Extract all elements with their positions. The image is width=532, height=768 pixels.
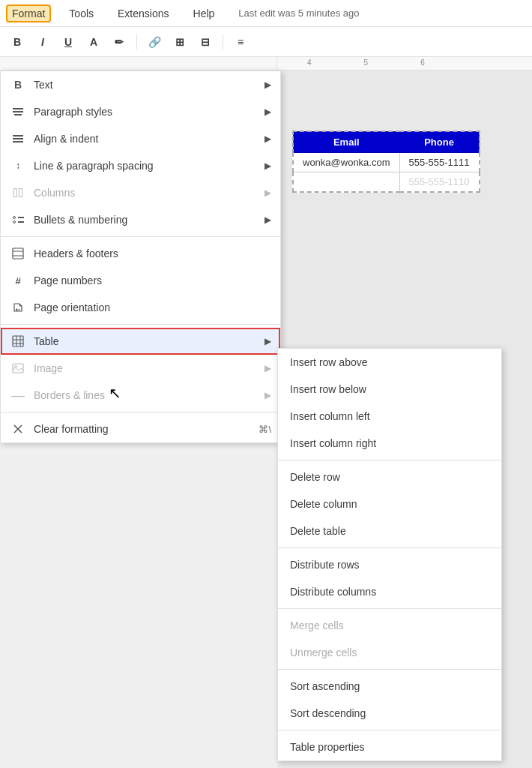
table-arrow-icon: ▶ xyxy=(265,336,271,346)
submenu-delete-row[interactable]: Delete row xyxy=(278,464,501,490)
submenu-sort-descending[interactable]: Sort descending xyxy=(278,700,501,727)
table-cell-email-2 xyxy=(293,172,399,193)
submenu-divider-2 xyxy=(278,548,501,548)
submenu-distribute-rows[interactable]: Distribute rows xyxy=(278,551,501,578)
submenu-delete-table[interactable]: Delete table xyxy=(278,518,501,544)
menu-label-line-spacing: Line & paragraph spacing xyxy=(34,160,262,172)
submenu-divider-5 xyxy=(278,730,501,730)
page-numbers-icon: # xyxy=(10,272,26,289)
ruler-num-4: 4 xyxy=(307,58,312,67)
submenu-unmerge-cells[interactable]: Unmerge cells xyxy=(278,639,501,666)
table-header-phone: Phone xyxy=(399,131,479,153)
menu-help[interactable]: Help xyxy=(187,4,221,22)
bullets-icon xyxy=(10,212,26,228)
menu-label-borders-lines: Borders & lines xyxy=(34,389,262,401)
document-table: Email Phone wonka@wonka.com 555-555-1111… xyxy=(292,130,480,193)
image-arrow-icon: ▶ xyxy=(265,363,271,374)
menu-item-line-spacing[interactable]: ↕ Line & paragraph spacing ▶ xyxy=(1,152,280,179)
line-spacing-arrow-icon: ▶ xyxy=(265,160,271,171)
menu-label-align-indent: Align & indent xyxy=(34,133,262,145)
ruler-container: 4 5 6 xyxy=(0,57,532,70)
link-button[interactable]: 🔗 xyxy=(143,32,166,52)
menu-label-image: Image xyxy=(34,362,262,374)
menu-extensions[interactable]: Extensions xyxy=(112,4,175,22)
menu-item-table[interactable]: Table ▶ xyxy=(1,328,280,355)
svg-rect-3 xyxy=(13,336,23,346)
text-icon: B xyxy=(10,76,26,93)
table-header-email: Email xyxy=(293,131,399,153)
menu-divider-1 xyxy=(1,236,280,237)
table-row: wonka@wonka.com 555-555-1111 xyxy=(293,153,480,172)
menu-divider-3 xyxy=(1,412,280,412)
paragraph-styles-icon xyxy=(10,104,26,120)
menu-label-table: Table xyxy=(34,335,262,347)
columns-arrow-icon: ▶ xyxy=(265,188,271,198)
ruler-numbers: 4 5 6 xyxy=(277,58,532,67)
menu-divider-2 xyxy=(1,324,280,325)
menu-item-align-indent[interactable]: Align & indent ▶ xyxy=(1,125,280,152)
submenu-divider-4 xyxy=(278,669,501,670)
font-color-button[interactable]: A xyxy=(82,32,105,52)
align-button[interactable]: ≡ xyxy=(229,32,252,52)
underline-button[interactable]: U xyxy=(57,32,79,52)
menu-item-clear-formatting[interactable]: Clear formatting ⌘\ xyxy=(1,416,280,442)
top-bar: Format Tools Extensions Help Last edit w… xyxy=(0,0,532,27)
menu-item-image[interactable]: Image ▶ xyxy=(1,355,280,382)
page-orientation-icon xyxy=(10,299,26,316)
line-spacing-icon: ↕ xyxy=(10,158,26,174)
ruler-left xyxy=(0,57,277,70)
paragraph-styles-arrow-icon: ▶ xyxy=(265,106,271,117)
submenu-delete-column[interactable]: Delete column xyxy=(278,490,501,518)
headers-footers-icon xyxy=(10,245,26,262)
menu-item-page-orientation[interactable]: Page orientation xyxy=(1,294,280,321)
menu-item-text[interactable]: B Text ▶ xyxy=(1,71,280,98)
insert-image-button[interactable]: ⊞ xyxy=(169,32,191,52)
menu-item-bullets[interactable]: Bullets & numbering ▶ xyxy=(1,206,280,233)
text-arrow-icon: ▶ xyxy=(265,80,271,90)
menu-item-page-numbers[interactable]: # Page numbers xyxy=(1,267,280,294)
menu-item-columns[interactable]: Columns ▶ xyxy=(1,179,280,206)
submenu-distribute-columns[interactable]: Distribute columns xyxy=(278,578,501,605)
submenu-insert-column-right[interactable]: Insert column right xyxy=(278,430,501,457)
bold-button[interactable]: B xyxy=(6,32,28,52)
toolbar: B I U A ✏ 🔗 ⊞ ⊟ ≡ xyxy=(0,27,532,57)
submenu-sort-ascending[interactable]: Sort ascending xyxy=(278,673,501,700)
menu-item-paragraph-styles[interactable]: Paragraph styles ▶ xyxy=(1,98,280,125)
align-indent-arrow-icon: ▶ xyxy=(265,134,271,144)
submenu-insert-row-below[interactable]: Insert row below xyxy=(278,376,501,403)
table-button[interactable]: ⊟ xyxy=(194,32,217,52)
menu-label-headers-footers: Headers & footers xyxy=(34,248,271,260)
menu-tools[interactable]: Tools xyxy=(63,4,100,22)
columns-icon xyxy=(10,184,26,201)
submenu-insert-column-left[interactable]: Insert column left xyxy=(278,403,501,430)
table-cell-email-1: wonka@wonka.com xyxy=(293,153,399,172)
highlight-button[interactable]: ✏ xyxy=(108,32,130,52)
align-indent-icon xyxy=(10,130,26,147)
clear-formatting-icon xyxy=(10,421,26,437)
menu-label-clear-formatting: Clear formatting xyxy=(34,423,253,435)
menu-format[interactable]: Format xyxy=(6,4,51,22)
submenu-insert-row-above[interactable]: Insert row above xyxy=(278,349,501,376)
menu-label-text: Text xyxy=(34,79,262,91)
clear-formatting-shortcut: ⌘\ xyxy=(259,424,271,435)
table-cell-phone-2: 555-555-1110 xyxy=(399,172,479,193)
menu-label-bullets: Bullets & numbering xyxy=(34,214,262,226)
table-cell-phone-1: 555-555-1111 xyxy=(399,153,479,172)
image-icon xyxy=(10,360,26,376)
table-submenu: Insert row above Insert row below Insert… xyxy=(277,348,502,761)
submenu-table-properties[interactable]: Table properties xyxy=(278,734,501,760)
italic-button[interactable]: I xyxy=(31,32,54,52)
borders-lines-icon: — xyxy=(10,387,26,404)
menu-item-headers-footers[interactable]: Headers & footers xyxy=(1,240,280,267)
table-icon xyxy=(10,333,26,350)
ruler-num-6: 6 xyxy=(420,58,425,67)
menu-item-borders-lines[interactable]: — Borders & lines ▶ xyxy=(1,382,280,409)
svg-rect-8 xyxy=(13,364,23,373)
ruler: 4 5 6 xyxy=(277,57,532,70)
toolbar-sep-2 xyxy=(223,34,223,50)
submenu-merge-cells[interactable]: Merge cells xyxy=(278,612,501,639)
format-menu: B Text ▶ Paragraph styles ▶ Align & inde… xyxy=(0,70,281,443)
ruler-num-5: 5 xyxy=(364,58,369,67)
bullets-arrow-icon: ▶ xyxy=(265,214,271,225)
submenu-divider-1 xyxy=(278,460,501,460)
